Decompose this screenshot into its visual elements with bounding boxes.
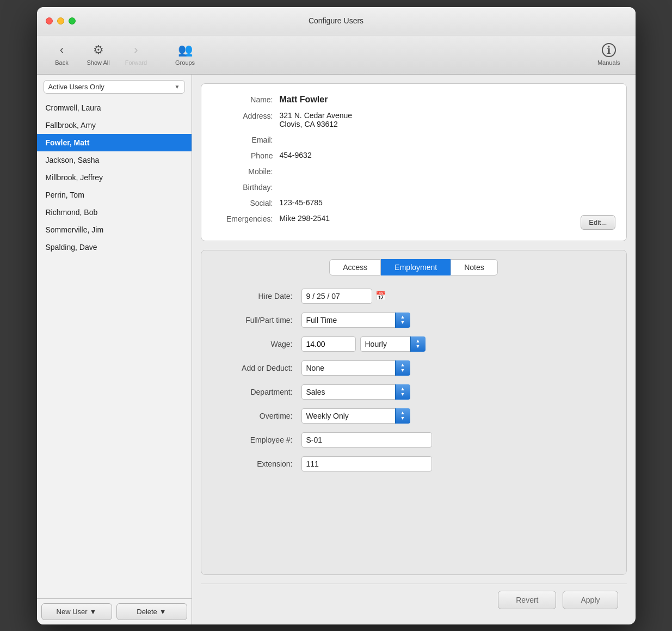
extension-field[interactable] [301, 456, 432, 471]
employee-num-field[interactable] [301, 432, 432, 448]
employee-num-row: Employee #: [214, 432, 613, 448]
groups-icon: 👥 [178, 43, 193, 57]
tab-employment[interactable]: Employment [381, 259, 451, 275]
filter-label: Active Users Only [48, 83, 104, 91]
name-label: Name: [214, 95, 280, 104]
show-all-button[interactable]: ⚙ Show All [81, 40, 116, 69]
mobile-label: Mobile: [214, 167, 280, 176]
department-row: Department: Sales Management Warehouse ▲… [214, 384, 613, 400]
hire-date-row: Hire Date: 📅 [214, 289, 613, 304]
phone-row: Phone 454-9632 [214, 151, 613, 160]
full-part-select[interactable]: Full Time Part Time [301, 313, 410, 328]
list-item[interactable]: Sommerville, Jim [37, 221, 192, 238]
filter-dropdown[interactable]: Active Users Only ▼ [44, 80, 185, 94]
emergencies-label: Emergencies: [214, 214, 280, 223]
main-panel: Name: Matt Fowler Address: 321 N. Cedar … [192, 75, 636, 624]
traffic-lights [46, 17, 76, 24]
revert-button[interactable]: Revert [498, 591, 556, 609]
overtime-select-wrapper: Weekly Only Daily None ▲ ▼ [301, 408, 410, 424]
minimize-button[interactable] [57, 17, 64, 24]
bottom-actions: Revert Apply [201, 584, 627, 616]
list-item[interactable]: Richmond, Bob [37, 204, 192, 221]
hire-date-label: Hire Date: [214, 292, 301, 301]
edit-button[interactable]: Edit... [581, 215, 615, 230]
tabs-card: Access Employment Notes Hire Date: 📅 F [201, 250, 627, 575]
wage-label: Wage: [214, 340, 301, 348]
wage-row: Wage: Hourly Salary ▲ ▼ [214, 336, 613, 352]
tab-notes[interactable]: Notes [451, 259, 498, 275]
add-deduct-label: Add or Deduct: [214, 364, 301, 372]
titlebar: Configure Users [37, 7, 636, 35]
tab-access[interactable]: Access [329, 259, 381, 275]
extension-row: Extension: [214, 456, 613, 471]
maximize-button[interactable] [69, 17, 76, 24]
email-label: Email: [214, 135, 280, 144]
list-item[interactable]: Fowler, Matt [37, 134, 192, 151]
content-area: Active Users Only ▼ Cromwell, Laura Fall… [37, 75, 636, 624]
forward-button[interactable]: › Forward [119, 40, 153, 69]
new-user-button[interactable]: New User ▼ [41, 603, 112, 620]
birthday-row: Birthday: [214, 182, 613, 192]
full-part-row: Full/Part time: Full Time Part Time ▲ ▼ [214, 313, 613, 328]
wage-type-select[interactable]: Hourly Salary [360, 336, 426, 352]
info-card: Name: Matt Fowler Address: 321 N. Cedar … [201, 83, 627, 241]
forward-icon: › [134, 43, 138, 57]
wage-type-select-wrapper: Hourly Salary ▲ ▼ [360, 336, 426, 352]
apply-button[interactable]: Apply [563, 591, 618, 609]
dropdown-arrow-icon: ▼ [159, 608, 167, 616]
overtime-select[interactable]: Weekly Only Daily None [301, 408, 410, 424]
sidebar: Active Users Only ▼ Cromwell, Laura Fall… [37, 75, 192, 624]
add-deduct-select[interactable]: None Add Deduct [301, 360, 410, 376]
social-value: 123-45-6785 [280, 198, 613, 207]
overtime-label: Overtime: [214, 412, 301, 420]
chevron-down-icon: ▼ [175, 84, 180, 90]
delete-button[interactable]: Delete ▼ [116, 603, 187, 620]
email-row: Email: [214, 135, 613, 144]
department-label: Department: [214, 388, 301, 396]
add-deduct-select-wrapper: None Add Deduct ▲ ▼ [301, 360, 410, 376]
wage-input-group: Hourly Salary ▲ ▼ [301, 336, 426, 352]
phone-label: Phone [214, 151, 280, 160]
department-select[interactable]: Sales Management Warehouse [301, 384, 410, 400]
toolbar: ‹ Back ⚙ Show All › Forward 👥 Groups ℹ M… [37, 35, 636, 75]
manuals-button[interactable]: ℹ Manuals [591, 40, 627, 69]
address-value: 321 N. Cedar Avenue Clovis, CA 93612 [280, 111, 613, 128]
tabs-bar: Access Employment Notes [214, 259, 613, 275]
list-item[interactable]: Jackson, Sasha [37, 151, 192, 169]
employee-num-label: Employee #: [214, 436, 301, 444]
emergencies-value: Mike 298-2541 [280, 214, 613, 223]
list-item[interactable]: Fallbrook, Amy [37, 117, 192, 134]
dropdown-arrow-icon: ▼ [90, 608, 97, 616]
address-label: Address: [214, 111, 280, 120]
info-icon: ℹ [602, 43, 616, 57]
full-part-label: Full/Part time: [214, 316, 301, 324]
overtime-row: Overtime: Weekly Only Daily None ▲ ▼ [214, 408, 613, 424]
back-button[interactable]: ‹ Back [46, 40, 78, 69]
name-value: Matt Fowler [280, 95, 613, 105]
user-list: Cromwell, Laura Fallbrook, Amy Fowler, M… [37, 99, 192, 598]
window-title: Configure Users [309, 16, 363, 25]
calendar-icon[interactable]: 📅 [375, 291, 386, 301]
employment-form: Hire Date: 📅 Full/Part time: Full Time P… [214, 289, 613, 471]
wage-field[interactable] [301, 336, 356, 352]
main-window: Configure Users ‹ Back ⚙ Show All › Forw… [37, 7, 636, 624]
list-item[interactable]: Perrin, Tom [37, 186, 192, 204]
show-all-icon: ⚙ [93, 43, 104, 57]
name-row: Name: Matt Fowler [214, 95, 613, 105]
social-row: Social: 123-45-6785 [214, 198, 613, 207]
full-part-select-wrapper: Full Time Part Time ▲ ▼ [301, 313, 410, 328]
hire-date-input-group: 📅 [301, 289, 386, 304]
groups-button[interactable]: 👥 Groups [167, 40, 204, 69]
emergencies-row: Emergencies: Mike 298-2541 [214, 214, 613, 223]
phone-value: 454-9632 [280, 151, 613, 160]
sidebar-bottom: New User ▼ Delete ▼ [37, 598, 192, 624]
department-select-wrapper: Sales Management Warehouse ▲ ▼ [301, 384, 410, 400]
list-item[interactable]: Spalding, Dave [37, 238, 192, 256]
birthday-label: Birthday: [214, 182, 280, 192]
mobile-row: Mobile: [214, 167, 613, 176]
list-item[interactable]: Cromwell, Laura [37, 99, 192, 117]
close-button[interactable] [46, 17, 53, 24]
list-item[interactable]: Millbrook, Jeffrey [37, 169, 192, 186]
hire-date-field[interactable] [301, 289, 372, 304]
add-deduct-row: Add or Deduct: None Add Deduct ▲ ▼ [214, 360, 613, 376]
